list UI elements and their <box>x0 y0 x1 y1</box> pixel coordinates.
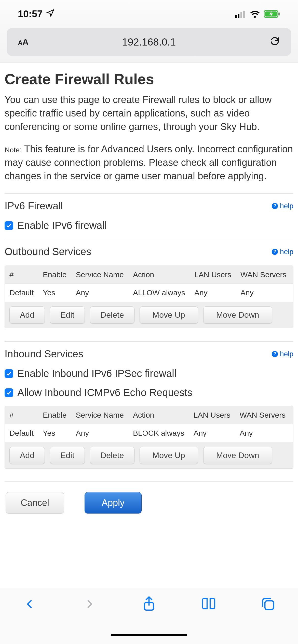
url-text[interactable]: 192.168.0.1 <box>28 36 269 48</box>
inbound-ipsec-label: Enable Inbound IPv6 IPSec firewall <box>17 368 177 379</box>
safari-bottom-toolbar <box>0 588 298 644</box>
inbound-table: # Enable Service Name Action LAN Users W… <box>5 406 293 469</box>
battery-icon <box>264 10 280 18</box>
th-log: Log <box>291 266 293 284</box>
enable-inbound-ipsec[interactable]: Enable Inbound IPv6 IPSec firewall <box>5 368 293 379</box>
svg-rect-8 <box>265 601 274 609</box>
th-action: Action <box>128 406 189 424</box>
enable-ipv6-firewall[interactable]: Enable IPv6 firewall <box>5 220 293 231</box>
reload-icon[interactable] <box>269 36 280 48</box>
help-icon: ? <box>272 203 278 209</box>
outbound-table: # Enable Service Name Action LAN Users W… <box>5 266 293 328</box>
svg-rect-3 <box>243 11 245 18</box>
status-time: 10:57 <box>18 9 43 20</box>
divider <box>5 193 293 194</box>
wifi-icon <box>250 10 260 18</box>
table-row[interactable]: Default Yes Any ALLOW always Any Any Nev… <box>5 284 293 302</box>
edit-button[interactable]: Edit <box>50 306 85 324</box>
bookmarks-button[interactable] <box>200 596 217 612</box>
checkbox-checked-icon[interactable] <box>5 388 13 397</box>
help-link-outbound[interactable]: ?help <box>272 248 293 256</box>
move-up-button[interactable]: Move Up <box>140 447 198 464</box>
divider <box>5 239 293 239</box>
section-inbound-title: Inbound Services <box>5 348 83 360</box>
th-wan: WAN Servers <box>236 266 291 284</box>
th-num: # <box>5 266 38 284</box>
ios-status-bar: 10:57 <box>0 0 298 28</box>
share-button[interactable] <box>141 596 157 612</box>
move-down-button[interactable]: Move Down <box>203 447 272 464</box>
edit-button[interactable]: Edit <box>50 447 85 464</box>
section-outbound-title: Outbound Services <box>5 246 91 257</box>
note-text: This feature is for Advanced Users only.… <box>5 144 293 181</box>
icmpv6-echo-label: Allow Inbound ICMPv6 Echo Requests <box>17 387 192 398</box>
home-indicator <box>111 634 187 636</box>
text-size-button[interactable]: AA <box>18 37 28 47</box>
th-enable: Enable <box>38 406 71 424</box>
add-button[interactable]: Add <box>9 447 45 464</box>
th-service: Service Name <box>71 406 128 424</box>
url-field[interactable]: AA 192.168.0.1 <box>7 28 291 56</box>
th-action: Action <box>128 266 190 284</box>
cancel-button[interactable]: Cancel <box>6 492 64 514</box>
help-icon: ? <box>272 249 278 255</box>
back-button[interactable] <box>22 596 38 612</box>
tabs-button[interactable] <box>260 596 276 612</box>
section-outbound-header: Outbound Services ?help <box>5 246 293 257</box>
table-row[interactable]: Default Yes Any BLOCK always Any Any Nev… <box>5 424 293 442</box>
help-link-ipv6[interactable]: ?help <box>272 202 293 210</box>
svg-rect-6 <box>278 12 280 16</box>
table-header-row: # Enable Service Name Action LAN Users W… <box>5 266 293 284</box>
page-intro: You can use this page to create Firewall… <box>5 93 293 134</box>
section-ipv6-header: IPv6 Firewall ?help <box>5 200 293 212</box>
safari-url-bar: AA 192.168.0.1 <box>0 28 298 63</box>
page-note: Note: This feature is for Advanced Users… <box>5 142 293 183</box>
cellular-icon <box>235 10 246 18</box>
help-link-inbound[interactable]: ?help <box>272 350 293 358</box>
svg-rect-1 <box>238 14 239 18</box>
page-actions: Cancel Apply <box>5 492 293 521</box>
page-title: Create Firewall Rules <box>5 70 293 87</box>
table-header-row: # Enable Service Name Action LAN Users W… <box>5 406 293 424</box>
location-icon <box>46 9 55 20</box>
delete-button[interactable]: Delete <box>90 306 134 324</box>
forward-button[interactable] <box>81 596 98 612</box>
divider <box>5 481 293 482</box>
add-button[interactable]: Add <box>9 306 45 324</box>
checkbox-checked-icon[interactable] <box>5 369 13 378</box>
note-label: Note: <box>5 146 22 154</box>
move-down-button[interactable]: Move Down <box>203 306 272 324</box>
section-inbound-header: Inbound Services ?help <box>5 348 293 360</box>
delete-button[interactable]: Delete <box>90 447 134 464</box>
th-service: Service Name <box>71 266 128 284</box>
th-wan: WAN Servers <box>235 406 290 424</box>
divider <box>5 341 293 342</box>
help-icon: ? <box>272 351 278 357</box>
allow-icmpv6-echo[interactable]: Allow Inbound ICMPv6 Echo Requests <box>5 387 293 398</box>
inbound-table-actions: Add Edit Delete Move Up Move Down <box>5 442 293 464</box>
page-content: Create Firewall Rules You can use this p… <box>0 63 298 531</box>
th-lan: LAN Users <box>190 266 236 284</box>
outbound-table-actions: Add Edit Delete Move Up Move Down <box>5 302 293 324</box>
apply-button[interactable]: Apply <box>85 492 142 514</box>
section-ipv6-title: IPv6 Firewall <box>5 200 63 212</box>
th-num: # <box>5 406 38 424</box>
th-log: Log <box>290 406 293 424</box>
th-lan: LAN Users <box>189 406 235 424</box>
svg-rect-2 <box>240 12 242 18</box>
enable-ipv6-label: Enable IPv6 firewall <box>17 220 107 231</box>
svg-rect-0 <box>235 15 237 18</box>
move-up-button[interactable]: Move Up <box>140 306 198 324</box>
checkbox-checked-icon[interactable] <box>5 221 13 230</box>
th-enable: Enable <box>38 266 71 284</box>
